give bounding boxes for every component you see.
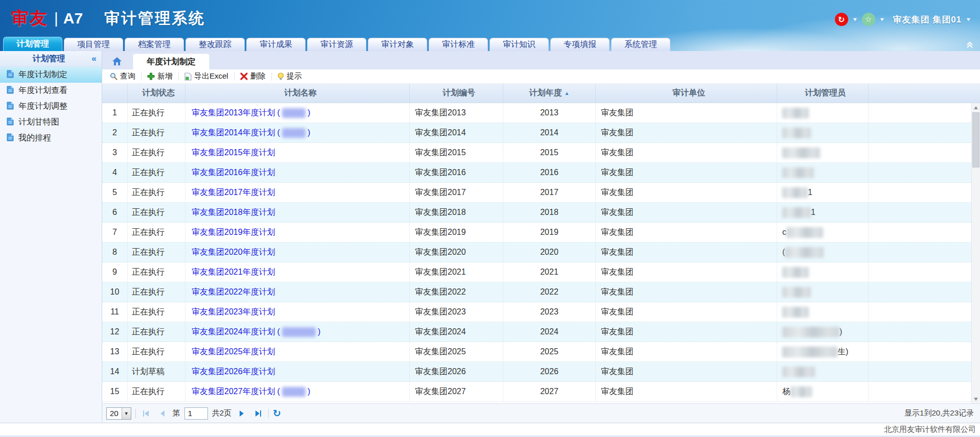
plan-name-link[interactable]: 审友集团2025年度计划 — [192, 347, 275, 357]
reload-icon[interactable]: ↻ — [273, 408, 281, 418]
nav-tab-项目管理[interactable]: 项目管理 — [64, 38, 123, 51]
refresh-icon[interactable]: ↻ — [835, 13, 848, 26]
collapse-header-icon[interactable] — [966, 40, 974, 48]
sidebar-item-计划甘特图[interactable]: 计划甘特图 — [0, 114, 102, 130]
favorites-star-icon[interactable]: ☆ — [862, 13, 875, 26]
last-page-button[interactable] — [252, 407, 264, 420]
table-row[interactable]: 15正在执行审友集团2027年度计划 ( )审友集团20272027审友集团杨 — [102, 382, 971, 402]
sidebar-item-年度计划查看[interactable]: 年度计划查看 — [0, 83, 102, 99]
plan-name-link[interactable]: 审友集团2022年度计划 — [192, 287, 275, 298]
row-number-cell: 3 — [102, 143, 128, 163]
column-header-审计单位[interactable]: 审计单位 — [596, 84, 777, 103]
chevron-down-icon[interactable]: ▼ — [966, 17, 972, 22]
plan-name-link[interactable]: 审友集团2016年度计划 — [192, 167, 275, 178]
table-row[interactable]: 8正在执行审友集团2020年度计划审友集团20202020审友集团( — [102, 242, 971, 262]
column-header-计划管理员[interactable]: 计划管理员 — [777, 84, 869, 103]
page-prefix-label: 第 — [173, 408, 180, 418]
first-page-button[interactable] — [140, 407, 152, 420]
nav-tab-审计资源[interactable]: 审计资源 — [307, 38, 366, 51]
home-icon[interactable] — [108, 54, 126, 68]
sidebar-item-年度计划调整[interactable]: 年度计划调整 — [0, 99, 102, 114]
sidebar-collapse-icon[interactable]: « — [86, 54, 102, 64]
document-icon — [7, 133, 14, 143]
nav-tab-审计对象[interactable]: 审计对象 — [368, 38, 427, 51]
nav-tab-整改跟踪[interactable]: 整改跟踪 — [185, 38, 245, 51]
page-size-select[interactable]: 20 ▼ — [106, 407, 131, 420]
table-row[interactable]: 6正在执行审友集团2018年度计划审友集团20182018审友集团1 — [102, 203, 971, 223]
filler-cell — [869, 242, 971, 262]
plan-name-link[interactable]: 审友集团2015年度计划 — [192, 148, 275, 158]
plan-name-cell: 审友集团2019年度计划 — [185, 223, 410, 242]
nav-tab-审计成果[interactable]: 审计成果 — [246, 38, 306, 51]
plan-name-link[interactable]: 审友集团2027年度计划 ( ) — [192, 386, 310, 397]
table-row[interactable]: 9正在执行审友集团2021年度计划审友集团20212021审友集团 — [102, 262, 971, 282]
row-number-cell: 5 — [102, 183, 128, 203]
table-row[interactable]: 14计划草稿审友集团2026年度计划审友集团20262026审友集团 — [102, 362, 971, 382]
table-row[interactable]: 10正在执行审友集团2022年度计划审友集团20222022审友集团 — [102, 282, 971, 302]
table-row[interactable]: 4正在执行审友集团2016年度计划审友集团20162016审友集团 — [102, 163, 971, 183]
plan-name-link[interactable]: 审友集团2023年度计划 — [192, 307, 275, 318]
plan-name-link[interactable]: 审友集团2017年度计划 — [192, 187, 275, 198]
vertical-scrollbar[interactable] — [971, 103, 980, 403]
plan-name-link[interactable]: 审友集团2026年度计划 — [192, 367, 275, 377]
filler-cell — [869, 223, 971, 242]
scrollbar-thumb[interactable] — [972, 112, 979, 167]
scrollbar-track[interactable] — [972, 112, 980, 395]
table-header-row: 计划状态计划名称计划编号计划年度▲审计单位计划管理员 — [102, 84, 980, 103]
plan-name-link[interactable]: 审友集团2020年度计划 — [192, 247, 275, 258]
table-row[interactable]: 12正在执行审友集团2024年度计划 ( )审友集团20242024审友集团) — [102, 322, 971, 342]
next-page-button[interactable] — [236, 407, 248, 420]
column-header-计划名称[interactable]: 计划名称 — [185, 84, 410, 103]
column-header-计划编号[interactable]: 计划编号 — [410, 84, 503, 103]
add-button[interactable]: 新增 — [143, 70, 177, 83]
nav-tab-计划管理[interactable]: 计划管理 — [3, 37, 62, 51]
sidebar-item-我的排程[interactable]: 我的排程 — [0, 130, 102, 146]
filler-cell — [869, 322, 971, 342]
redacted-text — [786, 227, 823, 238]
table-row[interactable]: 1正在执行审友集团2013年度计划 ( )审友集团20132013审友集团 — [102, 103, 971, 123]
redacted-text — [782, 207, 811, 218]
search-button[interactable]: 查询 — [105, 70, 140, 83]
table-row[interactable]: 5正在执行审友集团2017年度计划审友集团20172017审友集团1 — [102, 183, 971, 203]
table-row[interactable]: 7正在执行审友集团2019年度计划审友集团20192019审友集团c — [102, 223, 971, 242]
page-number-input[interactable] — [184, 407, 208, 420]
column-header-label: 计划年度 — [529, 88, 562, 99]
plan-code-cell: 审友集团2024 — [410, 322, 503, 342]
plan-name-link[interactable]: 审友集团2018年度计划 — [192, 207, 275, 218]
nav-tab-审计知识[interactable]: 审计知识 — [489, 38, 549, 51]
sidebar-item-年度计划制定[interactable]: 年度计划制定 — [0, 67, 102, 83]
prev-page-button[interactable] — [156, 407, 169, 420]
plan-name-link[interactable]: 审友集团2013年度计划 ( ) — [192, 108, 310, 118]
plan-name-link[interactable]: 审友集团2021年度计划 — [192, 267, 275, 278]
tab-annual-plan[interactable]: 年度计划制定 — [133, 54, 209, 69]
table-row[interactable]: 2正在执行审友集团2014年度计划 ( )审友集团20142014审友集团 — [102, 123, 971, 143]
table-row[interactable]: 3正在执行审友集团2015年度计划审友集团20152015审友集团 — [102, 143, 971, 163]
plan-status-cell: 正在执行 — [128, 123, 185, 143]
select-caret-icon: ▼ — [122, 408, 131, 419]
scroll-down-icon[interactable] — [972, 395, 980, 403]
nav-tab-系统管理[interactable]: 系统管理 — [611, 38, 670, 51]
chevron-down-icon[interactable]: ▼ — [879, 17, 885, 22]
plan-name-link[interactable]: 审友集团2014年度计划 ( ) — [192, 128, 310, 138]
plan-name-link[interactable]: 审友集团2024年度计划 ( ) — [192, 327, 320, 337]
chevron-down-icon[interactable]: ▼ — [852, 17, 858, 22]
nav-tab-专项填报[interactable]: 专项填报 — [550, 38, 610, 51]
delete-button[interactable]: 删除 — [236, 70, 270, 83]
table-row[interactable]: 13正在执行审友集团2025年度计划审友集团20252025审友集团生) — [102, 342, 971, 362]
redacted-text — [282, 108, 306, 118]
current-org-label[interactable]: 审友集团 集团01 — [893, 14, 962, 26]
column-header-计划年度[interactable]: 计划年度▲ — [503, 84, 596, 103]
nav-tab-档案管理[interactable]: 档案管理 — [125, 38, 184, 51]
plan-year-cell: 2022 — [503, 282, 596, 302]
plan-name-link[interactable]: 审友集团2019年度计划 — [192, 227, 275, 238]
tip-button[interactable]: 提示 — [273, 70, 307, 83]
redacted-text — [782, 148, 820, 158]
column-header-rownum[interactable] — [102, 84, 128, 103]
export-excel-button[interactable]: 导出Excel — [180, 70, 233, 83]
nav-tab-审计标准[interactable]: 审计标准 — [429, 38, 488, 51]
table-row[interactable]: 11正在执行审友集团2023年度计划审友集团20232023审友集团 — [102, 302, 971, 322]
plan-name-text: 审友集团2016年度计划 — [192, 167, 275, 178]
column-header-计划状态[interactable]: 计划状态 — [128, 84, 185, 103]
row-number-cell: 13 — [102, 342, 128, 362]
scroll-up-icon[interactable] — [972, 103, 980, 112]
